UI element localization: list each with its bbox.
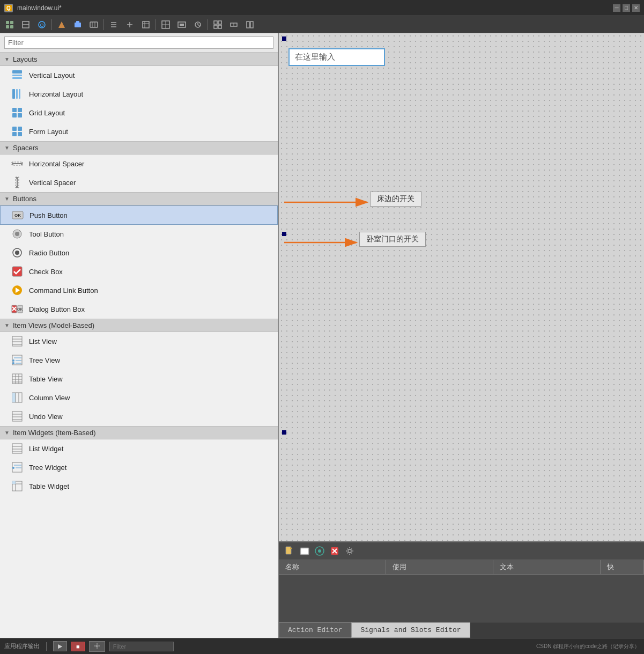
svg-rect-110 — [12, 481, 16, 484]
toolbar-btn-14[interactable] — [226, 17, 241, 32]
widget-item-dialog-button-box[interactable]: OK Dialog Button Box — [0, 300, 278, 319]
svg-marker-10 — [58, 21, 65, 28]
toolbar-btn-13[interactable] — [210, 17, 225, 32]
toolbar-btn-12[interactable] — [190, 17, 205, 32]
footer-play-btn[interactable]: ▶ — [53, 641, 67, 651]
widget-item-command-link-button[interactable]: Command Link Button — [0, 281, 278, 300]
svg-rect-42 — [12, 77, 22, 79]
push-button-icon: OK — [11, 209, 24, 222]
toolbar-btn-10[interactable] — [158, 17, 173, 32]
svg-point-126 — [96, 645, 98, 647]
vertical-layout-icon — [11, 69, 24, 82]
toolbar-btn-2[interactable] — [18, 17, 33, 32]
canvas-button-2[interactable]: 卧室门口的开关 — [359, 232, 426, 247]
svg-rect-60 — [16, 177, 18, 179]
bottom-btn-open[interactable] — [298, 545, 311, 557]
svg-rect-5 — [10, 25, 13, 28]
toolbar-btn-9[interactable] — [138, 17, 153, 32]
widget-item-vertical-spacer[interactable]: Vertical Spacer — [0, 173, 278, 192]
footer-filter-input[interactable] — [109, 642, 174, 651]
vertical-spacer-icon — [11, 176, 24, 189]
right-panel: 在这里输入 床边的开关 卧室门口的开关 — [279, 33, 644, 638]
widget-item-check-box[interactable]: Check Box — [0, 262, 278, 281]
toolbar-separator-3 — [156, 19, 156, 30]
footer: 应用程序输出 ▶ ■ CSDN @程序小白的code之路（记录分享） — [0, 638, 644, 654]
command-link-icon — [11, 284, 24, 297]
svg-rect-44 — [16, 89, 18, 99]
tab-action-editor[interactable]: Action Editor — [279, 622, 351, 638]
bottom-btn-settings[interactable] — [343, 545, 356, 557]
widget-item-horizontal-spacer[interactable]: Horizontal Spacer — [0, 155, 278, 173]
svg-rect-28 — [180, 24, 184, 26]
widget-item-undo-view[interactable]: Undo View — [0, 407, 278, 426]
svg-rect-69 — [12, 267, 22, 276]
title-bar: Q mainwindow.ui* ─ □ ✕ — [0, 0, 644, 16]
filter-input[interactable] — [4, 36, 273, 49]
widget-item-tree-widget[interactable]: Tree Widget — [0, 458, 278, 477]
canvas-title-input[interactable]: 在这里输入 — [288, 48, 385, 66]
widget-item-tool-button[interactable]: Tool Button — [0, 225, 278, 244]
widget-item-radio-button[interactable]: Radio Button — [0, 244, 278, 262]
section-spacers[interactable]: ▼ Spacers — [0, 141, 278, 155]
canvas-area[interactable]: 在这里输入 床边的开关 卧室门口的开关 — [279, 33, 644, 541]
bottom-btn-delete[interactable] — [328, 545, 341, 557]
widget-label-column-view: Column View — [29, 394, 70, 402]
svg-rect-35 — [218, 25, 221, 28]
svg-rect-61 — [16, 186, 18, 188]
minimize-button[interactable]: ─ — [613, 4, 620, 12]
bottom-btn-save[interactable] — [313, 545, 326, 557]
maximize-button[interactable]: □ — [623, 4, 630, 12]
toolbar-btn-5[interactable] — [70, 17, 85, 32]
widget-label-vertical-layout: Vertical Layout — [29, 71, 75, 79]
footer-settings-btn[interactable] — [89, 641, 105, 652]
toolbar-btn-15[interactable] — [242, 17, 257, 32]
toolbar-btn-3[interactable]: Q — [34, 17, 49, 32]
toolbar-btn-8[interactable] — [122, 17, 137, 32]
widget-label-horizontal-spacer: Horizontal Spacer — [29, 160, 84, 168]
svg-rect-11 — [75, 23, 81, 27]
toolbar-btn-4[interactable] — [54, 17, 69, 32]
window-controls[interactable]: ─ □ ✕ — [613, 4, 640, 12]
horizontal-layout-icon — [11, 87, 24, 100]
svg-rect-40 — [12, 70, 22, 74]
widget-item-column-view[interactable]: Column View — [0, 388, 278, 407]
widget-item-horizontal-layout[interactable]: Horizontal Layout — [0, 85, 278, 104]
toolbar-btn-6[interactable] — [86, 17, 101, 32]
widget-item-form-layout[interactable]: Form Layout — [0, 122, 278, 141]
main-layout: ▼ Layouts Vertical Layout Horizo — [0, 33, 644, 638]
section-layouts[interactable]: ▼ Layouts — [0, 53, 278, 66]
form-layout-icon — [11, 125, 24, 138]
handle-top-left — [282, 36, 286, 41]
toolbar-btn-11[interactable] — [174, 17, 189, 32]
widget-item-vertical-layout[interactable]: Vertical Layout — [0, 66, 278, 85]
widget-item-push-button[interactable]: OK Push Button — [0, 205, 278, 225]
widget-label-check-box: Check Box — [29, 268, 63, 276]
svg-rect-47 — [18, 108, 22, 112]
widget-label-horizontal-layout: Horizontal Layout — [29, 90, 83, 98]
widget-item-list-view[interactable]: List View — [0, 332, 278, 351]
svg-rect-48 — [12, 113, 17, 117]
tab-signals-slots-editor[interactable]: Signals and Slots Editor — [351, 622, 470, 638]
canvas-button-1[interactable]: 床边的开关 — [370, 192, 421, 207]
svg-text:Q: Q — [40, 23, 43, 28]
widget-item-list-widget[interactable]: List Widget — [0, 439, 278, 458]
close-button[interactable]: ✕ — [632, 4, 640, 12]
svg-point-106 — [12, 467, 14, 469]
widget-item-table-widget[interactable]: Table Widget — [0, 477, 278, 496]
svg-rect-32 — [214, 21, 217, 24]
svg-point-68 — [15, 251, 19, 255]
section-buttons[interactable]: ▼ Buttons — [0, 192, 278, 205]
section-item-views[interactable]: ▼ Item Views (Model-Based) — [0, 319, 278, 332]
toolbar-btn-7[interactable] — [106, 17, 121, 32]
svg-rect-34 — [214, 25, 217, 28]
footer-separator — [46, 642, 47, 651]
widget-label-tree-view: Tree View — [29, 356, 60, 364]
toolbar-btn-1[interactable] — [2, 17, 17, 32]
widget-item-grid-layout[interactable]: Grid Layout — [0, 104, 278, 122]
footer-app-output: 应用程序输出 — [4, 642, 40, 650]
footer-stop-btn[interactable]: ■ — [71, 642, 85, 651]
section-item-widgets[interactable]: ▼ Item Widgets (Item-Based) — [0, 426, 278, 439]
widget-item-tree-view[interactable]: Tree View — [0, 351, 278, 370]
bottom-btn-new[interactable] — [283, 545, 296, 557]
widget-item-table-view[interactable]: Table View — [0, 370, 278, 388]
